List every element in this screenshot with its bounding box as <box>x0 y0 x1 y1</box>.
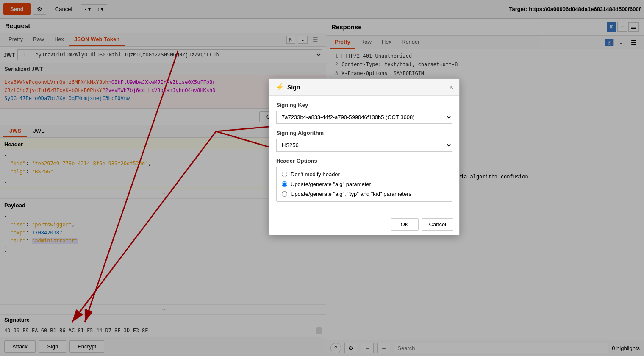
radio-dont-modify-label: Don't modify header <box>291 171 340 178</box>
radio-option-1[interactable]: Don't modify header <box>282 171 447 178</box>
signing-algorithm-label: Signing Algorithm <box>276 130 452 136</box>
modal-body: Signing Key 7a7233b4-a833-44f2-a790-5990… <box>269 96 459 214</box>
modal-overlay: ⚡ Sign × Signing Key 7a7233b4-a833-44f2-… <box>0 0 644 356</box>
header-options-group: Header Options Don't modify header Updat… <box>276 158 452 202</box>
radio-options-group: Don't modify header Update/generate "alg… <box>282 171 447 197</box>
radio-update-alg-label: Update/generate "alg" parameter <box>291 181 371 187</box>
signing-key-group: Signing Key 7a7233b4-a833-44f2-a790-5990… <box>276 102 452 124</box>
radio-update-alg-typ-kid[interactable] <box>282 191 287 197</box>
radio-option-2[interactable]: Update/generate "alg" parameter <box>282 181 447 187</box>
modal-title: ⚡ Sign <box>275 83 300 91</box>
radio-update-alg-typ-kid-label: Update/generate "alg", "typ" and "kid" p… <box>291 191 411 197</box>
radio-option-3[interactable]: Update/generate "alg", "typ" and "kid" p… <box>282 191 447 197</box>
modal-ok-button[interactable]: OK <box>391 218 419 231</box>
signing-algorithm-select[interactable]: HS256 <box>276 139 452 152</box>
header-options-container: Don't modify header Update/generate "alg… <box>276 167 452 202</box>
signing-algorithm-group: Signing Algorithm HS256 <box>276 130 452 152</box>
sign-modal: ⚡ Sign × Signing Key 7a7233b4-a833-44f2-… <box>269 78 460 235</box>
modal-title-bar: ⚡ Sign × <box>269 79 459 96</box>
radio-update-alg[interactable] <box>282 181 287 187</box>
sign-modal-title-text: Sign <box>287 84 300 91</box>
modal-close-button[interactable]: × <box>450 83 453 91</box>
modal-cancel-button[interactable]: Cancel <box>422 218 453 231</box>
signing-key-select[interactable]: 7a7233b4-a833-44f2-a790-599046f130b5 (OC… <box>276 111 452 124</box>
header-options-label: Header Options <box>276 158 452 164</box>
sign-modal-icon: ⚡ <box>275 83 284 91</box>
signing-key-label: Signing Key <box>276 102 452 108</box>
modal-footer: OK Cancel <box>269 214 459 235</box>
radio-dont-modify[interactable] <box>282 172 287 177</box>
